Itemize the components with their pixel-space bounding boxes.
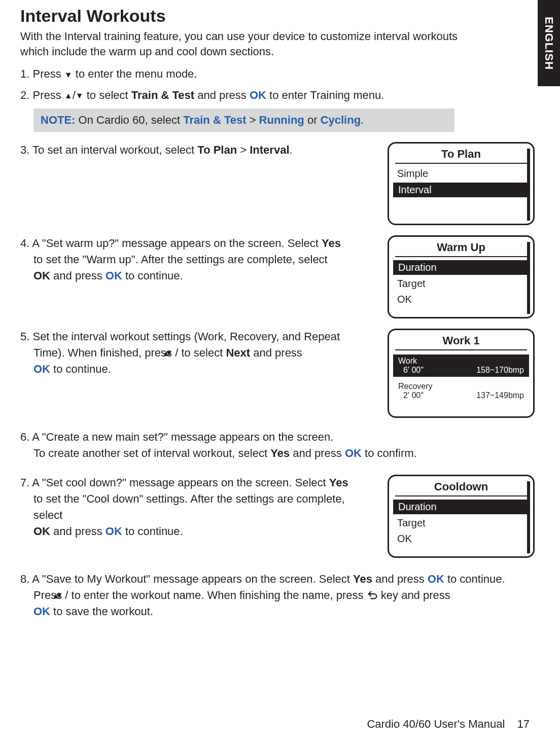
intro-text: With the Interval training feature, you … xyxy=(20,29,467,59)
screen-title: Warm Up xyxy=(395,237,527,257)
work-time: 6' 00" xyxy=(403,366,424,375)
up-triangle-icon: ▲ xyxy=(64,92,73,100)
screen-to-plan: To Plan Simple Interval xyxy=(388,142,535,225)
note-box: NOTE: On Cardio 60, select Train & Test … xyxy=(33,109,454,132)
manual-name: Cardio 40/60 User's Manual xyxy=(367,718,505,730)
step-6: 6. A "Create a new main set?" message ap… xyxy=(20,429,507,461)
scrollbar xyxy=(527,149,530,221)
menu-item-duration-selected: Duration xyxy=(393,260,529,275)
note-label: NOTE: xyxy=(41,114,79,126)
footer: Cardio 40/60 User's Manual 17 xyxy=(367,718,530,731)
screen-title: Work 1 xyxy=(395,330,527,350)
back-icon xyxy=(367,589,378,601)
step-8: 8. A "Save to My Workout" message appear… xyxy=(20,571,507,620)
screen-cooldown: Cooldown Duration Target OK xyxy=(388,475,535,558)
page-title: Interval Workouts xyxy=(20,6,535,26)
scrollbar xyxy=(527,242,530,314)
screen-title: Cooldown xyxy=(395,476,527,496)
step-3: 3. To set an interval workout, select To… xyxy=(20,142,293,158)
work-row-selected: Work 6' 00" 158~170bmp xyxy=(393,354,529,377)
screen-warm-up: Warm Up Duration Target OK xyxy=(388,235,535,318)
recovery-time: 2' 00" xyxy=(403,391,424,400)
menu-item-ok: OK xyxy=(389,531,533,547)
menu-item-interval-selected: Interval xyxy=(393,183,529,197)
step-2: 2. Press ▲/▼ to select Train & Test and … xyxy=(20,87,535,103)
work-label: Work xyxy=(398,357,524,366)
step-1: 1. Press ▼ to enter the menu mode. xyxy=(20,66,535,82)
work-bpm: 158~170bmp xyxy=(476,366,524,375)
menu-item-duration-selected: Duration xyxy=(393,500,529,514)
step-4: 4. A "Set warm up?" message appears on t… xyxy=(20,235,341,284)
menu-item-target: Target xyxy=(389,276,533,292)
down-triangle-icon: ▼ xyxy=(64,71,73,79)
menu-item-target: Target xyxy=(389,515,533,531)
page-number: 17 xyxy=(517,718,530,730)
screen-work-1: Work 1 Work 6' 00" 158~170bmp Recovery 2… xyxy=(388,329,535,418)
recovery-row: Recovery 2' 00" 137~149bmp xyxy=(389,379,533,401)
menu-item-ok: OK xyxy=(389,292,533,307)
screen-title: To Plan xyxy=(395,144,527,164)
down-triangle-icon: ▼ xyxy=(76,92,84,100)
recovery-bpm: 137~149bmp xyxy=(476,391,524,400)
language-tab: ENGLISH xyxy=(538,0,560,86)
step-5: 5. Set the interval workout settings (Wo… xyxy=(20,329,365,377)
scrollbar xyxy=(527,481,530,553)
menu-item-simple: Simple xyxy=(389,166,533,182)
recovery-label: Recovery xyxy=(398,382,524,391)
step-7: 7. A "Set cool down?" message appears on… xyxy=(20,475,365,540)
